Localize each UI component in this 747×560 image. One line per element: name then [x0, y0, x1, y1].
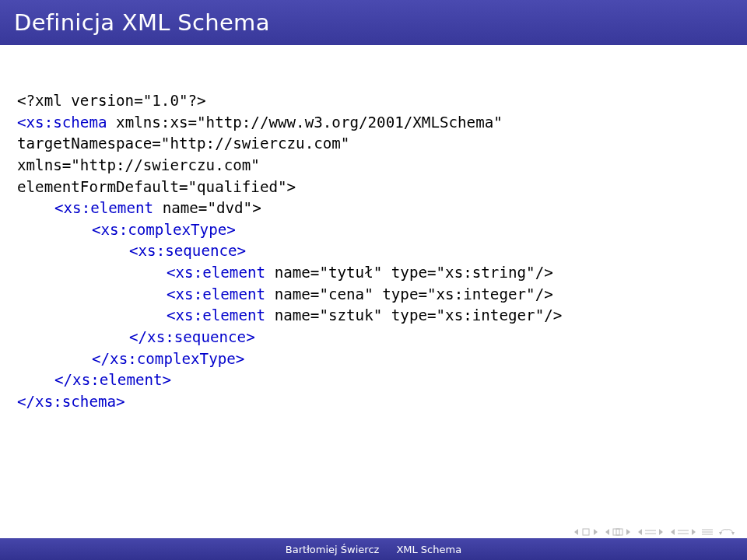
code-line: <xs:element name="sztuk" type="xs:intege…	[17, 305, 730, 327]
code-line: elementFormDefault="qualified">	[17, 177, 730, 198]
nav-doc[interactable]	[702, 529, 713, 535]
code-line: <xs:element name="cena" type="xs:integer…	[17, 284, 730, 306]
xml-attr: name="cena" type="xs:integer"/>	[265, 285, 553, 303]
xml-attr: name="tytuł" type="xs:string"/>	[265, 264, 553, 282]
code-line: </xs:element>	[17, 369, 730, 391]
svg-marker-6	[626, 529, 630, 535]
svg-rect-1	[583, 529, 589, 535]
footer-author: Bartłomiej Świercz	[286, 544, 380, 555]
code-line: <xs:element name="dvd">	[17, 198, 730, 219]
xml-tag: <xs:element	[167, 264, 265, 282]
svg-marker-0	[574, 529, 578, 535]
footer-bar: Bartłomiej Świercz XML Schema	[0, 538, 747, 560]
nav-subsection[interactable]	[637, 528, 665, 536]
code-line: <?xml version="1.0"?>	[17, 90, 730, 112]
xml-attr: xmlns:xs="http://www.w3.org/2001/XMLSche…	[107, 114, 503, 131]
code-line: <xs:element name="tytuł" type="xs:string…	[17, 262, 730, 284]
code-line: xmlns="http://swierczu.com"	[17, 155, 730, 177]
footer-topic: XML Schema	[396, 544, 461, 555]
xml-attr: name="sztuk" type="xs:integer"/>	[265, 306, 562, 324]
nav-slide[interactable]	[573, 528, 599, 536]
xml-tag: <xs:element	[167, 306, 265, 324]
svg-marker-19	[731, 532, 735, 535]
nav-back-forward[interactable]	[717, 527, 736, 537]
code-block: <?xml version="1.0"?> <xs:schema xmlns:x…	[0, 45, 747, 413]
xml-tag: <xs:schema	[17, 114, 107, 131]
xml-tag: <xs:element	[54, 199, 153, 217]
code-line: targetNamespace="http://swierczu.com"	[17, 133, 730, 155]
code-line: </xs:schema>	[17, 391, 730, 413]
title-bar: Definicja XML Schema	[0, 0, 747, 45]
nav-frame[interactable]	[604, 528, 632, 536]
code-line: <xs:schema xmlns:xs="http://www.w3.org/2…	[17, 112, 730, 134]
svg-marker-3	[605, 529, 609, 535]
code-line: <xs:complexType>	[17, 219, 730, 241]
xml-attr: name="dvd">	[153, 199, 261, 217]
svg-marker-10	[659, 529, 663, 535]
svg-marker-14	[692, 529, 696, 535]
code-line: </xs:complexType>	[17, 348, 730, 370]
svg-marker-2	[594, 529, 598, 535]
svg-marker-11	[671, 529, 675, 535]
beamer-nav	[573, 527, 736, 537]
nav-section[interactable]	[669, 528, 697, 536]
code-line: <xs:sequence>	[17, 240, 730, 262]
slide-title: Definicja XML Schema	[14, 9, 270, 36]
code-line: </xs:sequence>	[17, 327, 730, 348]
svg-marker-18	[719, 532, 722, 535]
xml-tag: <xs:element	[167, 285, 265, 303]
svg-marker-7	[638, 529, 642, 535]
